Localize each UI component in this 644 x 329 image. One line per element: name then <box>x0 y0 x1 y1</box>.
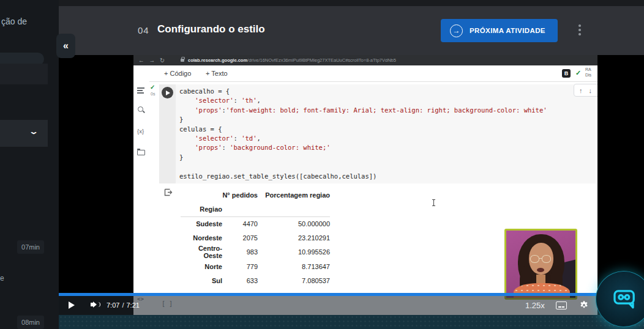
url-path: /drive/16NOvfEzx36miPul9BtPMleg27XTEaUuC… <box>247 57 396 63</box>
lesson-header: 04 Configurando o estilo → PRÓXIMA ATIVI… <box>59 6 644 55</box>
index-name: Regiao <box>181 202 222 216</box>
resources-label: RADis <box>585 67 591 78</box>
move-cell-down-icon[interactable]: ↓ <box>589 87 593 94</box>
play-button[interactable] <box>69 301 75 309</box>
header-top-strip <box>59 0 644 6</box>
colab-toolbar: + Código + Texto B ✓ RADis <box>149 65 597 82</box>
robot-chat-icon <box>607 284 640 314</box>
total-time: 7:21 <box>126 301 139 309</box>
video-controls: 7:07/7:21 1.25x ] <box>59 293 644 315</box>
code-cell[interactable]: cabecalho = { 'selector': 'th', 'props':… <box>159 84 596 183</box>
browser-reload-icon[interactable]: ↻ <box>160 57 165 64</box>
page-bottom-strip <box>59 315 644 329</box>
kebab-menu-icon[interactable] <box>578 24 581 37</box>
browser-forward-icon[interactable]: → <box>149 57 155 64</box>
control-bar: 7:07/7:21 1.25x ] <box>59 296 644 315</box>
sidebar-collapse-button[interactable]: « <box>56 34 75 58</box>
cell-toolbar: ↑ ↓ <box>574 84 597 97</box>
run-cell-button[interactable] <box>162 87 173 98</box>
time-display: 7:07/7:21 <box>107 296 140 315</box>
resources-check-icon: ✓ <box>575 69 581 77</box>
text-cursor-icon <box>432 199 435 206</box>
course-sidebar: ção de ⌄ 07min e 08min <box>0 0 59 329</box>
search-icon[interactable] <box>137 106 144 113</box>
output-table: N° pedidos Porcentagem regiao Regiao Sud… <box>181 188 330 287</box>
table-row: Centro-Oeste98310.995526 <box>181 245 330 259</box>
sidebar-accordion-item[interactable]: ⌄ <box>0 120 48 147</box>
avatar[interactable]: B <box>562 69 571 78</box>
url-field[interactable]: colab.research.google.com/drive/16NOvfEz… <box>188 57 396 63</box>
current-time: 7:07 <box>107 301 119 309</box>
glasses-icon <box>530 255 539 263</box>
table-row: Sul6337.080537 <box>181 273 330 287</box>
table-corner <box>181 188 222 202</box>
next-activity-button[interactable]: → PRÓXIMA ATIVIDADE <box>441 19 558 42</box>
settings-gear-icon[interactable] <box>579 300 589 310</box>
sidebar-clipped-text: e <box>0 274 4 283</box>
column-header: Porcentagem regiao <box>258 188 330 202</box>
cell-gutter <box>159 84 176 183</box>
sidebar-clipped-title: ção de <box>1 17 27 26</box>
browser-back-icon[interactable]: ← <box>138 57 144 64</box>
output-table-body: Sudeste447050.000000Nordeste207523.21029… <box>181 216 330 287</box>
instructor-webcam <box>504 229 577 300</box>
sidebar-section-block <box>0 64 48 84</box>
playback-speed-button[interactable]: 1.25x <box>525 296 545 315</box>
code-block[interactable]: cabecalho = { 'selector': 'th', 'props':… <box>179 87 547 181</box>
collapse-icon: « <box>63 40 69 51</box>
add-text-button[interactable]: + Texto <box>206 70 228 77</box>
arrow-right-circle-icon: → <box>450 24 463 37</box>
lesson-duration-badge: 07min <box>17 240 44 254</box>
cell-output-icon <box>164 188 173 196</box>
app-window: ção de ⌄ 07min e 08min « 04 Configurando… <box>0 0 644 329</box>
captions-icon[interactable] <box>556 301 567 309</box>
table-row: Sudeste447050.000000 <box>181 216 330 231</box>
page-title: Configurando o estilo <box>157 23 265 35</box>
volume-icon[interactable] <box>91 301 100 308</box>
next-activity-label: PRÓXIMA ATIVIDADE <box>470 27 545 34</box>
lock-icon <box>181 59 184 62</box>
chevron-down-icon: ⌄ <box>29 127 39 136</box>
table-row: Norte7798.713647 <box>181 259 330 273</box>
colab-icon-rail: {x} <box>133 65 149 315</box>
lesson-number: 04 <box>138 25 149 35</box>
table-of-contents-icon[interactable] <box>137 87 144 95</box>
lesson-duration-badge: 08min <box>17 316 44 329</box>
files-folder-icon[interactable] <box>137 150 145 155</box>
add-code-button[interactable]: + Código <box>164 70 191 77</box>
move-cell-up-icon[interactable]: ↑ <box>579 87 583 94</box>
cell-executed-check-icon: ✓ <box>150 84 155 91</box>
variables-icon[interactable]: {x} <box>137 128 144 135</box>
column-header: N° pedidos <box>222 188 258 202</box>
table-row: Nordeste207523.210291 <box>181 231 330 245</box>
browser-address-bar: ← → ↻ colab.research.google.com/drive/16… <box>133 55 597 65</box>
cell-exec-time: 0s <box>151 92 155 96</box>
url-domain: colab.research.google.com <box>188 57 247 63</box>
